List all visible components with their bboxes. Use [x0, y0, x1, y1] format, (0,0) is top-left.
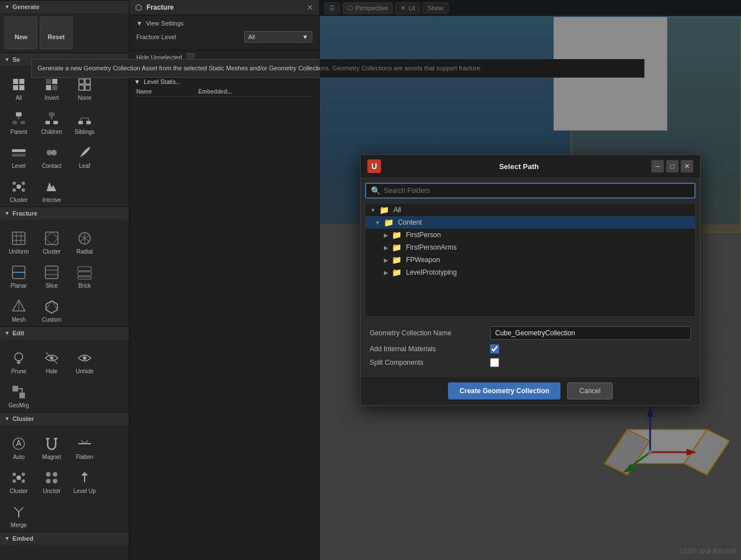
select-cluster-button[interactable]: Cluster [2, 170, 35, 204]
create-geometry-collection-button[interactable]: Create Geometry Collection [448, 382, 560, 399]
auto-button[interactable]: Auto [2, 427, 35, 461]
levelup-button[interactable]: Level Up [68, 461, 101, 495]
fracture-radial-button[interactable]: Radial [68, 222, 101, 256]
search-input[interactable] [384, 187, 690, 195]
flatten-icon [76, 435, 94, 453]
ue-logo: U [367, 159, 381, 173]
dialog-maximize-button[interactable]: □ [666, 160, 679, 172]
invert-icon [43, 75, 61, 94]
select-tools-row: All Invert None Parent C [0, 66, 129, 207]
brick-label: Brick [78, 283, 91, 289]
svg-rect-30 [12, 154, 26, 157]
contact-icon [43, 144, 61, 162]
select-children-button[interactable]: Children [35, 102, 68, 136]
svg-rect-19 [20, 121, 25, 124]
geomrg-label: GeoMrg [9, 402, 29, 409]
level-statis-label: Level Statis... [144, 78, 181, 85]
geo-collection-name-input[interactable] [490, 326, 691, 340]
merge-label: Merge [11, 522, 27, 528]
fp-expand-arrow: ▶ [384, 232, 388, 238]
svg-point-82 [46, 472, 51, 477]
fracture-slice-button[interactable]: Slice [35, 256, 68, 290]
children-label: Children [41, 129, 62, 135]
add-internal-materials-label: Add Internal Materials [370, 345, 483, 353]
planar-label: Planar [11, 283, 27, 289]
magnet-button[interactable]: Magnet [35, 427, 68, 461]
svg-rect-20 [49, 112, 55, 116]
fracture-custom-button[interactable]: Custom [35, 290, 68, 324]
new-button[interactable]: New [5, 16, 37, 49]
fracture-mesh-button[interactable]: Mesh [2, 290, 35, 324]
svg-rect-23 [53, 121, 58, 124]
svg-rect-18 [12, 121, 17, 124]
svg-point-77 [16, 475, 21, 480]
fracture-uniform-button[interactable]: Uniform [2, 222, 35, 256]
svg-point-83 [53, 472, 57, 477]
cluster2-button[interactable]: Cluster [2, 461, 35, 495]
select-level-button[interactable]: Level [2, 136, 35, 170]
svg-rect-14 [79, 85, 84, 90]
svg-rect-5 [19, 79, 24, 84]
svg-point-85 [53, 479, 57, 483]
prune-button[interactable]: Prune [2, 342, 35, 376]
tree-item-levelprototyping[interactable]: ▶ 📁 LevelPrototyping [366, 266, 695, 279]
fracture-section-header[interactable]: ▼ Fracture [0, 207, 129, 220]
unclstr-button[interactable]: Unclstr [35, 461, 68, 495]
view-settings-header[interactable]: ▼ View Settings [136, 20, 312, 27]
svg-rect-22 [45, 121, 50, 124]
tree-item-content[interactable]: ▼ 📁 Content [366, 216, 695, 229]
merge-button[interactable]: Merge [2, 495, 35, 529]
content-label: Content [398, 218, 422, 226]
fracture-tools-row: Uniform Cluster Radial Planar [0, 220, 129, 326]
select-all-label: All [15, 95, 22, 101]
unhide-button[interactable]: Unhide [68, 342, 101, 376]
uniform-label: Uniform [9, 249, 28, 255]
uniform-icon [10, 229, 28, 247]
content-expand-arrow: ▼ [375, 220, 380, 226]
fracture-tab-title: Fracture [146, 3, 302, 11]
flatten-button[interactable]: Flatten [68, 427, 101, 461]
tree-item-firstperson[interactable]: ▶ 📁 FirstPerson [366, 229, 695, 241]
svg-point-37 [22, 188, 25, 192]
svg-rect-9 [52, 79, 57, 84]
fracture-brick-button[interactable]: Brick [68, 256, 101, 290]
view-settings-label: View Settings [146, 20, 183, 27]
svg-line-50 [80, 235, 85, 238]
fracture-cluster-button[interactable]: Cluster [35, 222, 68, 256]
fracture-planar-button[interactable]: Planar [2, 256, 35, 290]
reset-button[interactable]: Reset [40, 16, 73, 49]
split-components-checkbox[interactable] [490, 358, 499, 367]
tree-item-fpweapon[interactable]: ▶ 📁 FPWeapon [366, 254, 695, 266]
dialog-close-button[interactable]: ✕ [681, 160, 693, 172]
add-internal-materials-checkbox[interactable] [490, 344, 499, 353]
fracture-level-dropdown[interactable]: All ▼ [244, 31, 312, 43]
cluster-section-header[interactable]: ▼ Cluster [0, 412, 129, 425]
select-contact-button[interactable]: Contact [35, 136, 68, 170]
folder-tree: ▼ 📁 All ▼ 📁 Content ▶ 📁 FirstPerson [365, 203, 696, 317]
svg-line-46 [85, 235, 89, 238]
fracture-tab-close[interactable]: ✕ [307, 3, 313, 12]
auto-icon [10, 435, 28, 453]
cancel-button[interactable]: Cancel [567, 382, 612, 399]
dialog-minimize-button[interactable]: ─ [651, 160, 664, 172]
select-parent-button[interactable]: Parent [2, 102, 35, 136]
hide-button[interactable]: Hide [35, 342, 68, 376]
fracture-level-row: Fracture Level All ▼ [136, 31, 312, 43]
embed-section-header[interactable]: ▼ Embed [0, 532, 129, 545]
select-leaf-button[interactable]: Leaf [68, 136, 101, 170]
unhide-icon [76, 349, 94, 367]
edit-section-header[interactable]: ▼ Edit [0, 326, 129, 339]
magnet-icon [43, 435, 61, 453]
middle-panel: ⬡ Fracture ✕ ▼ View Settings Fracture Le… [129, 0, 320, 560]
select-intrctve-button[interactable]: Intrctve [35, 170, 68, 204]
viewport[interactable]: ☰ ⬡ Perspective ☀ Lit Show CSDN @谜诡向的钟 U… [320, 0, 741, 560]
select-siblings-button[interactable]: Siblings [68, 102, 101, 136]
magnet-label: Magnet [42, 454, 61, 460]
contact-label: Contact [42, 163, 61, 169]
tree-item-all[interactable]: ▼ 📁 All [366, 204, 695, 216]
select-all-button[interactable]: All [2, 68, 35, 102]
geomrg-button[interactable]: GeoMrg [2, 376, 35, 410]
generate-section-header[interactable]: ▼ Generate [0, 0, 129, 13]
svg-line-49 [80, 238, 85, 241]
tree-item-firstpersonarms[interactable]: ▶ 📁 FirstPersonArms [366, 241, 695, 254]
